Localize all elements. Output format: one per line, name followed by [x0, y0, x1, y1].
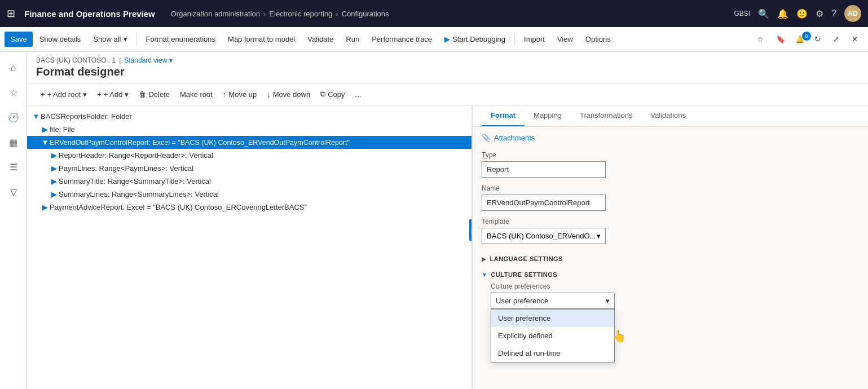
tab-mapping[interactable]: Mapping	[525, 105, 571, 126]
sidebar-favorites-icon[interactable]: ☆	[2, 81, 25, 104]
dropdown-option-defined-at-runtime[interactable]: Defined at run-time	[491, 344, 614, 362]
help-icon[interactable]: ?	[831, 8, 836, 19]
tab-format[interactable]: Format	[482, 105, 525, 126]
app-grid-icon[interactable]: ⊞	[7, 7, 15, 20]
show-all-chevron-icon: ▾	[124, 35, 127, 43]
emoji-icon[interactable]: 🙂	[796, 8, 808, 19]
more-label: ...	[355, 90, 362, 99]
show-details-button[interactable]: Show details	[34, 32, 87, 47]
notification-count: 0	[802, 32, 811, 41]
validate-button[interactable]: Validate	[302, 32, 339, 47]
sidebar-recent-icon[interactable]: 🕐	[2, 106, 25, 129]
attachments-link[interactable]: 📎 Attachments	[482, 134, 859, 142]
sidebar-workspaces-icon[interactable]: ▦	[2, 131, 25, 153]
notification-icon[interactable]: 🔔	[777, 8, 788, 19]
move-up-button[interactable]: ↑ Move up	[218, 87, 261, 101]
language-toggle-icon: ▶	[482, 256, 487, 262]
add-root-chevron-icon: ▾	[83, 90, 87, 99]
bookmark-icon[interactable]: 🔖	[770, 32, 791, 47]
breadcrumb-electronic-reporting[interactable]: Electronic reporting	[269, 10, 332, 18]
sidebar-home-icon[interactable]: ⌂	[2, 56, 25, 79]
search-icon[interactable]: 🔍	[758, 8, 769, 19]
delete-icon: 🗑	[139, 90, 146, 99]
template-dropdown[interactable]: BACS (UK) Contoso_ERVendO... ▾	[482, 228, 606, 244]
type-input[interactable]	[482, 161, 606, 178]
move-down-label: Move down	[273, 90, 310, 99]
start-debugging-label: Start Debugging	[452, 35, 505, 43]
show-all-button[interactable]: Show all ▾	[87, 32, 133, 47]
tree-item[interactable]: ▶ ReportHeader: Range<ReportHeader>: Ver…	[27, 149, 472, 162]
tree-item-label: PaymentAdviceReport: Excel = "BACS (UK) …	[50, 203, 307, 211]
option-label: Explicitly defined	[498, 331, 553, 340]
add-root-button[interactable]: + + Add root ▾	[36, 87, 91, 101]
tree-item-label: file: File	[50, 125, 75, 134]
refresh-icon[interactable]: ↻	[809, 32, 826, 47]
tree-toggle-icon: ▶	[41, 203, 50, 211]
paperclip-icon: 📎	[482, 134, 491, 142]
resizer-icon: ⋮	[469, 227, 473, 233]
close-icon[interactable]: ✕	[846, 32, 863, 47]
make-root-label: Make root	[180, 90, 213, 99]
app-title: Finance and Operations Preview	[24, 9, 155, 19]
move-down-icon: ↓	[267, 90, 271, 99]
delete-label: Delete	[148, 90, 170, 99]
culture-dropdown-chevron-icon: ▾	[606, 297, 610, 305]
option-label: Defined at run-time	[498, 349, 561, 357]
notification-badge[interactable]: 🔔 0	[792, 35, 808, 43]
culture-settings-section[interactable]: ▼ CULTURE SETTINGS	[482, 267, 859, 282]
template-value: BACS (UK) Contoso_ERVendO...	[487, 232, 596, 240]
avatar[interactable]: AD	[844, 5, 861, 22]
name-field-group: Name	[482, 184, 859, 211]
type-label: Type	[482, 151, 859, 159]
tab-validations[interactable]: Validations	[641, 105, 695, 126]
settings-icon[interactable]: ⚙	[816, 8, 823, 19]
template-field-group: Template BACS (UK) Contoso_ERVendO... ▾	[482, 218, 859, 244]
properties-tab-bar: Format Mapping Transformations Validatio…	[473, 105, 868, 127]
culture-preference-dropdown[interactable]: User preference ▾	[491, 293, 615, 309]
performance-trace-button[interactable]: Performance trace	[366, 32, 438, 47]
tree-item[interactable]: ▶ file: File	[27, 123, 472, 136]
open-new-icon[interactable]: ⤢	[827, 32, 845, 47]
tree-item-selected[interactable]: ▼ ERVendOutPaymControlReport: Excel = "B…	[27, 136, 472, 149]
delete-button[interactable]: 🗑 Delete	[134, 87, 174, 101]
tree-item[interactable]: ▶ SummaryLines: Range<SummaryLines>: Ver…	[27, 188, 472, 201]
tree-item[interactable]: ▼ BACSReportsFolder: Folder	[27, 110, 472, 123]
format-enumerations-button[interactable]: Format enumerations	[140, 32, 222, 47]
format-toolbar: + + Add root ▾ + + Add ▾ 🗑 Delete Make r…	[27, 83, 868, 105]
make-root-button[interactable]: Make root	[175, 87, 217, 101]
star-icon[interactable]: ☆	[751, 32, 769, 47]
add-button[interactable]: + + Add ▾	[92, 87, 133, 101]
more-button[interactable]: ...	[351, 87, 366, 101]
chevron-icon-2: ›	[336, 10, 338, 18]
map-format-to-model-button[interactable]: Map format to model	[222, 32, 301, 47]
copy-label: Copy	[328, 90, 345, 99]
import-button[interactable]: Import	[518, 32, 550, 47]
sidebar-menu-icon[interactable]: ☰	[2, 156, 25, 178]
culture-dropdown-value: User preference	[496, 297, 548, 305]
breadcrumb-org-admin[interactable]: Organization administration	[171, 10, 260, 18]
tree-item[interactable]: ▶ SummaryTitle: Range<SummaryTitle>: Ver…	[27, 175, 472, 188]
start-debugging-button[interactable]: ▶ Start Debugging	[439, 32, 511, 47]
tree-item[interactable]: ▶ PaymLines: Range<PaymLines>: Vertical	[27, 162, 472, 175]
standard-view-button[interactable]: Standard view ▾	[124, 56, 172, 64]
sidebar-filter-icon[interactable]: ▽	[2, 180, 25, 203]
dropdown-option-user-preference[interactable]: User preference	[491, 310, 614, 327]
tree-item[interactable]: ▶ PaymentAdviceReport: Excel = "BACS (UK…	[27, 201, 472, 214]
name-input[interactable]	[482, 194, 606, 211]
language-settings-section[interactable]: ▶ LANGUAGE SETTINGS	[482, 251, 859, 267]
tab-transformations[interactable]: Transformations	[571, 105, 641, 126]
dropdown-option-explicitly-defined[interactable]: Explicitly defined	[491, 327, 614, 344]
copy-icon: ⧉	[320, 90, 325, 99]
add-root-icon: +	[41, 90, 45, 99]
copy-button[interactable]: ⧉ Copy	[316, 87, 349, 101]
culture-prefs-group: Culture preferences User preference ▾ Us…	[482, 282, 859, 309]
move-down-button[interactable]: ↓ Move down	[262, 87, 315, 101]
view-button[interactable]: View	[552, 32, 579, 47]
add-root-label: + Add root	[47, 90, 81, 99]
save-button[interactable]: Save	[5, 32, 33, 47]
run-button[interactable]: Run	[340, 32, 365, 47]
options-button[interactable]: Options	[580, 32, 616, 47]
resizer-handle[interactable]: ⋮	[469, 219, 473, 241]
tree-item-label: PaymLines: Range<PaymLines>: Vertical	[59, 164, 193, 173]
breadcrumb-configurations[interactable]: Configurations	[342, 10, 389, 18]
